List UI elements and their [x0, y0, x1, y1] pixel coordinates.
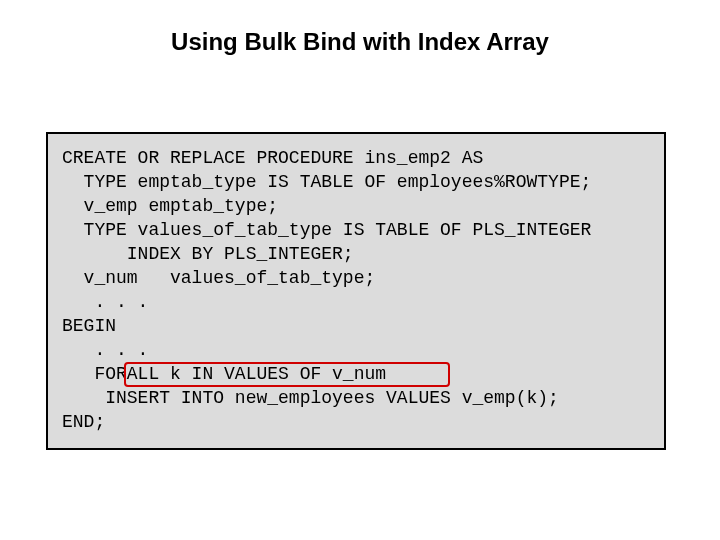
code-line: INDEX BY PLS_INTEGER;	[62, 242, 650, 266]
code-line: . . .	[62, 290, 650, 314]
code-line: END;	[62, 410, 650, 434]
code-block: CREATE OR REPLACE PROCEDURE ins_emp2 AS …	[46, 132, 666, 450]
code-line: v_emp emptab_type;	[62, 194, 650, 218]
page-title: Using Bulk Bind with Index Array	[0, 0, 720, 56]
code-line: CREATE OR REPLACE PROCEDURE ins_emp2 AS	[62, 146, 650, 170]
code-line: INSERT INTO new_employees VALUES v_emp(k…	[62, 386, 650, 410]
code-line: v_num values_of_tab_type;	[62, 266, 650, 290]
code-line-highlighted: FORALL k IN VALUES OF v_num	[62, 362, 650, 386]
code-line: BEGIN	[62, 314, 650, 338]
code-line: . . .	[62, 338, 650, 362]
code-line: TYPE values_of_tab_type IS TABLE OF PLS_…	[62, 218, 650, 242]
code-line: TYPE emptab_type IS TABLE OF employees%R…	[62, 170, 650, 194]
